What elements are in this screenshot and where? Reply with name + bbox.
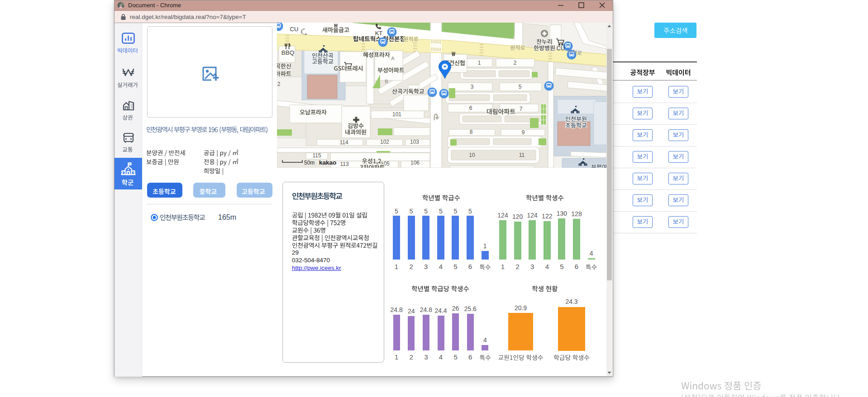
svg-text:106: 106	[410, 160, 420, 166]
svg-text:kakao: kakao	[319, 159, 336, 166]
svg-text:3: 3	[471, 84, 474, 90]
svg-text:CU: CU	[557, 45, 565, 52]
svg-text:114: 114	[339, 139, 348, 146]
svg-text:7: 7	[520, 106, 523, 112]
svg-text:KT: KT	[375, 30, 383, 37]
svg-text:102: 102	[380, 139, 389, 145]
svg-text:A: A	[391, 56, 395, 61]
svg-text:101: 101	[392, 111, 401, 118]
svg-text:5: 5	[519, 84, 522, 90]
svg-text:50m: 50m	[304, 160, 315, 166]
svg-text:103: 103	[410, 139, 419, 145]
svg-text:BBQ: BBQ	[281, 49, 295, 56]
svg-text:CU: CU	[290, 26, 299, 33]
svg-text:115: 115	[312, 152, 321, 159]
svg-text:11: 11	[519, 152, 525, 158]
svg-text:B: B	[385, 79, 388, 84]
svg-text:113: 113	[340, 161, 348, 167]
svg-text:10: 10	[469, 152, 475, 158]
svg-text:8: 8	[470, 129, 473, 135]
svg-text:2: 2	[277, 81, 281, 87]
svg-text:1: 1	[478, 60, 481, 66]
svg-text:6: 6	[469, 105, 472, 111]
svg-text:2: 2	[514, 60, 517, 66]
svg-text:9: 9	[522, 129, 525, 136]
